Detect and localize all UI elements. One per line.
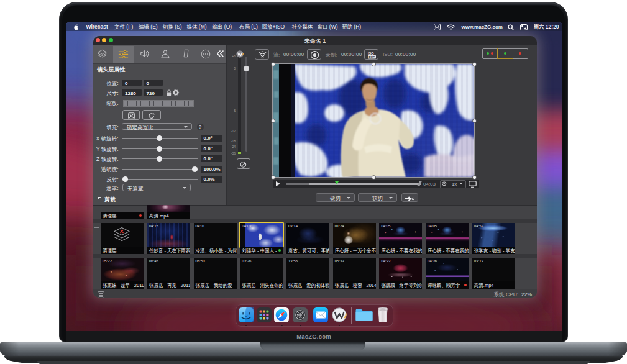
svg-text:REC: REC bbox=[368, 55, 375, 58]
svg-text:ISO: ISO bbox=[368, 51, 374, 55]
